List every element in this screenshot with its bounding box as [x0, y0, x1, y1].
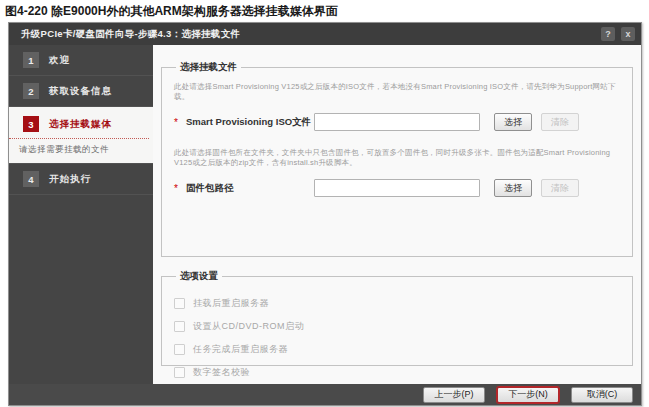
- required-mark: *: [174, 183, 180, 194]
- step-label: 获取设备信息: [49, 85, 112, 98]
- step-number-badge: 4: [23, 171, 39, 187]
- firmware-path-row: * 固件包路径 选择 清除: [174, 178, 620, 198]
- help-icon[interactable]: ?: [601, 27, 615, 41]
- restart-after-task-label: 任务完成后重启服务器: [193, 343, 288, 356]
- firmware-path-label: 固件包路径: [186, 182, 314, 195]
- boot-from-cdrom-row: 设置从CD/DVD-ROM启动: [174, 319, 620, 333]
- firmware-select-button[interactable]: 选择: [494, 179, 532, 197]
- dialog-titlebar: 升级PCIe卡/硬盘固件向导-步骤4.3：选择挂载文件 ? x: [9, 23, 641, 45]
- figure-title: 除E9000H外的其他ARM架构服务器选择挂载媒体界面: [48, 4, 338, 18]
- option-settings-group: 选项设置 挂载后重启服务器 设置从CD/DVD-ROM启动 任务完成后重启服务器…: [161, 270, 633, 366]
- boot-from-cdrom-label: 设置从CD/DVD-ROM启动: [193, 320, 304, 333]
- restart-after-task-checkbox[interactable]: [174, 344, 185, 355]
- iso-file-row: * Smart Provisioning ISO文件 选择 清除: [174, 112, 620, 132]
- step-label: 欢迎: [49, 54, 70, 67]
- restart-after-task-row: 任务完成后重启服务器: [174, 342, 620, 356]
- wizard-steps-sidebar: 1 欢迎 2 获取设备信息 3 选择挂载媒体 请选择需要挂载的文件 4 开始执行: [9, 45, 153, 384]
- iso-file-label: Smart Provisioning ISO文件: [186, 116, 314, 129]
- step-number-badge: 1: [23, 52, 39, 68]
- iso-hint-text: 此处请选择Smart Provisioning V125或之后版本的ISO文件，…: [174, 82, 620, 102]
- required-mark: *: [174, 117, 180, 128]
- step-number-badge: 2: [23, 83, 39, 99]
- figure-caption: 图4-220 除E9000H外的其他ARM架构服务器选择挂载媒体界面: [5, 3, 338, 20]
- step-item-welcome[interactable]: 1 欢迎: [9, 45, 153, 76]
- step-label: 开始执行: [49, 173, 91, 186]
- iso-clear-button[interactable]: 清除: [541, 113, 579, 131]
- dialog-title: 升级PCIe卡/硬盘固件向导-步骤4.3：选择挂载文件: [21, 28, 595, 41]
- wizard-dialog: 升级PCIe卡/硬盘固件向导-步骤4.3：选择挂载文件 ? x 1 欢迎 2 获…: [8, 22, 642, 406]
- step-item-execute[interactable]: 4 开始执行: [9, 164, 153, 195]
- signature-verify-label: 数字签名校验: [193, 366, 250, 379]
- figure-number: 图4-220: [5, 4, 48, 18]
- step-label: 选择挂载媒体: [49, 118, 112, 131]
- restart-after-mount-checkbox[interactable]: [174, 298, 185, 309]
- dialog-body: 1 欢迎 2 获取设备信息 3 选择挂载媒体 请选择需要挂载的文件 4 开始执行: [9, 45, 641, 384]
- step-item-device-info[interactable]: 2 获取设备信息: [9, 76, 153, 107]
- boot-from-cdrom-checkbox[interactable]: [174, 321, 185, 332]
- step-item-select-media-active[interactable]: 3 选择挂载媒体 请选择需要挂载的文件: [9, 107, 153, 164]
- content-area: 选择挂载文件 此处请选择Smart Provisioning V125或之后版本…: [153, 45, 641, 384]
- iso-select-button[interactable]: 选择: [494, 113, 532, 131]
- signature-verify-row: 数字签名校验: [174, 365, 620, 379]
- next-step-button[interactable]: 下一步(N): [497, 387, 559, 403]
- select-mount-file-legend: 选择挂载文件: [176, 61, 241, 74]
- active-step-row: 3 选择挂载媒体: [9, 107, 149, 139]
- select-mount-file-group: 选择挂载文件 此处请选择Smart Provisioning V125或之后版本…: [161, 61, 633, 257]
- restart-after-mount-label: 挂载后重启服务器: [193, 297, 269, 310]
- option-settings-legend: 选项设置: [176, 270, 222, 283]
- restart-after-mount-row: 挂载后重启服务器: [174, 296, 620, 310]
- sidebar-filler: [9, 195, 153, 384]
- close-icon[interactable]: x: [621, 27, 635, 41]
- active-step-subtitle: 请选择需要挂载的文件: [9, 139, 153, 163]
- cancel-button[interactable]: 取消(C): [571, 387, 633, 403]
- previous-step-button[interactable]: 上一步(P): [423, 387, 485, 403]
- signature-verify-checkbox[interactable]: [174, 367, 185, 378]
- firmware-path-input[interactable]: [314, 179, 480, 197]
- firmware-hint-text: 此处请选择固件包所在文件夹，文件夹中只包含固件包，可放置多个固件包，同时升级多张…: [174, 148, 620, 168]
- iso-file-input[interactable]: [314, 113, 480, 131]
- footer-bar: 上一步(P) 下一步(N) 取消(C): [9, 384, 641, 405]
- firmware-clear-button[interactable]: 清除: [541, 179, 579, 197]
- step-number-badge: 3: [23, 116, 39, 132]
